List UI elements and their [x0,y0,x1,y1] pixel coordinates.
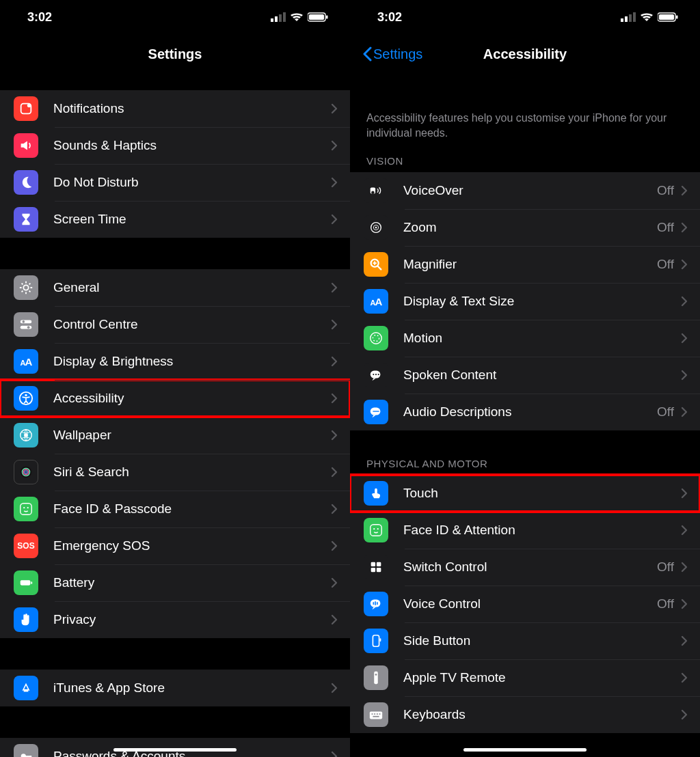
svg-rect-36 [676,16,678,19]
row-label: Zoom [403,220,657,235]
battery-icon [14,570,38,595]
settings-row[interactable]: Privacy [0,601,350,638]
settings-row[interactable]: Sounds & Haptics [0,127,350,164]
row-label: Magnifier [403,257,657,272]
settings-row[interactable]: Voice Control Off [350,586,700,622]
wifi-icon [640,12,654,22]
appstore-icon [14,676,38,700]
chevron-right-icon [681,598,688,609]
chevron-right-icon [681,259,688,270]
settings-row[interactable]: Wallpaper [0,417,350,454]
settings-list[interactable]: Notifications Sounds & Haptics Do Not Di… [0,74,350,757]
settings-row[interactable]: Screen Time [0,201,350,238]
motion-icon [364,326,388,350]
settings-row[interactable]: SOS Emergency SOS [0,527,350,564]
faceid-icon [364,518,388,542]
svg-point-46 [371,333,382,344]
settings-row[interactable]: Side Button [350,622,700,659]
svg-point-15 [25,394,27,396]
chevron-right-icon [681,185,688,196]
hand-icon [14,607,38,632]
svg-rect-66 [372,713,373,715]
svg-point-12 [23,320,25,323]
chevron-right-icon [681,370,688,381]
switch-icon [364,555,388,579]
chevron-right-icon [681,296,688,307]
svg-rect-26 [31,581,32,584]
settings-row[interactable]: Apple TV Remote [350,659,700,696]
settings-row[interactable]: Zoom Off [350,209,700,246]
svg-rect-5 [309,14,324,20]
svg-point-23 [23,507,25,508]
settings-row[interactable]: Control Centre [0,306,350,343]
chevron-right-icon [681,709,688,720]
settings-row[interactable]: Spoken Content [350,357,700,394]
settings-row[interactable]: Audio Descriptions Off [350,394,700,430]
sounds-icon [14,133,38,158]
row-value: Off [657,220,674,235]
row-label: Display & Text Size [403,294,681,309]
chevron-right-icon [331,540,338,551]
svg-rect-57 [377,562,381,566]
home-indicator[interactable] [463,748,587,752]
accessibility-screen: 3:02 Settings Accessibility Accessibilit… [350,0,700,757]
row-label: Emergency SOS [53,538,331,553]
textsize-icon: AA [364,289,388,314]
row-label: Screen Time [53,212,331,227]
settings-row[interactable]: General [0,269,350,306]
svg-rect-53 [371,525,382,536]
status-bar: 3:02 [350,0,700,34]
settings-row[interactable]: iTunes & App Store [0,670,350,706]
chevron-right-icon [331,356,338,367]
status-time: 3:02 [27,10,52,25]
keyboard-icon [364,702,388,727]
notifications-icon [14,96,38,121]
svg-rect-58 [371,568,375,572]
svg-rect-35 [659,14,674,20]
settings-row[interactable]: Motion [350,320,700,357]
settings-row[interactable]: Battery [0,564,350,601]
chevron-right-icon [681,672,688,683]
gear-icon [14,275,38,300]
chevron-right-icon [331,614,338,625]
settings-row[interactable]: Do Not Disturb [0,164,350,201]
settings-row[interactable]: Face ID & Passcode [0,491,350,527]
nav-bar: Settings Accessibility [350,34,700,74]
back-button[interactable]: Settings [362,34,422,74]
moon-icon [14,170,38,195]
spoken-icon [364,363,388,387]
settings-row[interactable]: Touch [350,475,700,512]
settings-row[interactable]: Siri & Search [0,454,350,491]
settings-row[interactable]: AA Display & Brightness [0,343,350,380]
settings-row[interactable]: Switch Control Off [350,549,700,586]
row-label: Audio Descriptions [403,404,657,419]
settings-group: VoiceOver Off Zoom Off Magnifier Off AA … [350,172,700,430]
svg-rect-3 [283,12,286,22]
settings-row[interactable]: Passwords & Accounts [0,738,350,757]
chevron-right-icon [331,177,338,188]
settings-row[interactable]: VoiceOver Off [350,172,700,209]
accessibility-list[interactable]: Accessibility features help you customis… [350,74,700,757]
faceid-icon [14,497,38,521]
settings-group: General Control Centre AA Display & Brig… [0,269,350,638]
chevron-right-icon [681,407,688,417]
wallpaper-icon [14,423,38,448]
chevron-right-icon [331,393,338,404]
svg-point-51 [378,374,379,375]
svg-rect-65 [370,712,382,719]
chevron-right-icon [331,282,338,293]
settings-row[interactable]: Keyboards [350,696,700,733]
row-label: Switch Control [403,560,657,575]
settings-row[interactable]: Accessibility [0,380,350,417]
row-label: Spoken Content [403,368,681,383]
home-indicator[interactable] [113,748,237,752]
svg-rect-62 [380,639,381,642]
settings-row[interactable]: Face ID & Attention [350,512,700,549]
settings-row[interactable]: AA Display & Text Size [350,283,700,320]
chevron-right-icon [681,488,688,499]
settings-row[interactable]: Notifications [0,90,350,127]
settings-row[interactable]: Magnifier Off [350,246,700,283]
svg-point-38 [371,191,375,195]
battery-icon [308,12,328,22]
svg-point-55 [377,528,379,529]
